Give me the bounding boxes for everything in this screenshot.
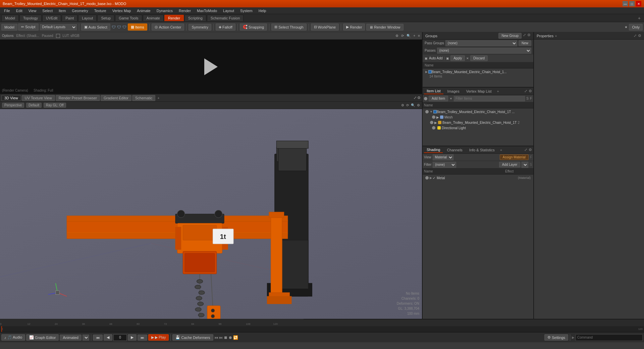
tab-game-tools[interactable]: Game Tools (115, 15, 142, 21)
default-tag[interactable]: Default (26, 103, 42, 108)
view-select[interactable]: Material (433, 154, 453, 160)
tab-model[interactable]: Model (1, 15, 19, 21)
render-icon-menu[interactable]: ≡ (418, 34, 420, 38)
properties-plus[interactable]: + (555, 34, 557, 38)
only-button[interactable]: Only (629, 24, 643, 31)
menu-animate[interactable]: Animate (134, 8, 153, 13)
menu-vertex-map[interactable]: Vertex Map (110, 8, 134, 13)
item-light[interactable]: Directional Light (424, 125, 532, 131)
tab-topology[interactable]: Topology (19, 15, 42, 21)
tab-schematic[interactable]: Schematic Fusion (207, 15, 244, 21)
menu-item[interactable]: Item (56, 8, 68, 13)
audio-button[interactable]: ♪ 🎵 Audio (1, 334, 25, 341)
tab-render-preset[interactable]: Render Preset Browser (56, 95, 100, 101)
view3d-canvas[interactable]: 1t (0, 109, 422, 319)
tab-uv-texture-view[interactable]: UV Texture View (22, 95, 55, 101)
tab-images[interactable]: Images (445, 89, 462, 94)
falloff-button[interactable]: ◈ Falloff (216, 23, 235, 31)
animated-select[interactable]: ▼ (83, 335, 89, 341)
tab-3d-view[interactable]: 3D View (1, 95, 21, 101)
select-through-button[interactable]: ⊞ Select Through (271, 23, 306, 31)
passes-select[interactable]: (none) (437, 48, 531, 54)
maximize-button[interactable]: □ (629, 1, 635, 6)
render-icon-refresh[interactable]: ⟳ (401, 34, 404, 38)
view-refresh-icon[interactable]: ⟳ (406, 103, 409, 107)
graph-editor-button[interactable]: 📈 Graph Editor (26, 334, 59, 341)
shading-tab-plus[interactable]: + (500, 148, 502, 152)
minimize-button[interactable]: — (623, 1, 628, 6)
next-frame-button[interactable]: ▶ (128, 334, 137, 341)
tab-vertex-map-list[interactable]: Vertex Map List (464, 89, 494, 94)
menu-view[interactable]: View (26, 8, 39, 13)
new-group-button[interactable]: New Group (498, 33, 522, 39)
view-tab-plus[interactable]: + (157, 96, 159, 100)
shading-item-metal[interactable]: ▶ ✓ Metal (Material) (424, 175, 532, 181)
transport-icon-5[interactable]: 🔁 (233, 335, 238, 340)
render-button[interactable]: ▶ Render (343, 23, 365, 31)
render-window-button[interactable]: 🖥 Render Window (366, 24, 403, 31)
add-layer-type-select[interactable]: ▼ (522, 162, 528, 168)
view-settings-icon[interactable]: ⚙ (401, 103, 404, 107)
expand-groups-icon[interactable]: ⤢ (523, 33, 526, 39)
layout-select[interactable]: Default Layouts (40, 24, 77, 30)
add-layer-button[interactable]: Add Layer (499, 162, 521, 167)
tab-uvedit[interactable]: UVEdit (42, 15, 61, 21)
settings-items-icon[interactable]: ⚙ (529, 89, 532, 93)
menu-help[interactable]: Help (256, 8, 269, 13)
filter-select[interactable]: (none) (433, 162, 456, 168)
transport-icon-4[interactable]: ⏺ (228, 335, 232, 340)
raygl-tag[interactable]: Ray GL: Off (44, 103, 66, 108)
discard-button[interactable]: Discard (470, 55, 488, 61)
tab-animate[interactable]: Animate (143, 15, 164, 21)
item-mesh[interactable]: ▶ Mesh (424, 114, 532, 120)
settings-props-icon[interactable]: ⚙ (638, 34, 641, 38)
new-pass-button[interactable]: New (519, 40, 531, 46)
action-center-button[interactable]: ◎ Action Center (152, 23, 184, 31)
tab-shading[interactable]: Shading (424, 147, 443, 153)
item-root[interactable]: ▼ Beam_Trolley_Mounted_Electric_Chain_Ho… (424, 109, 532, 114)
next-key-button[interactable]: ⏭ (138, 335, 147, 341)
menu-layout[interactable]: Layout (220, 8, 237, 13)
assign-material-button[interactable]: Assign Material (500, 154, 529, 160)
expand-items-icon[interactable]: ⤢ (524, 89, 527, 93)
expand-shading-icon[interactable]: ⤢ (524, 148, 527, 152)
tab-item-list[interactable]: Item List (424, 88, 443, 94)
auto-select-button[interactable]: ▣ Auto Select (81, 23, 110, 31)
menu-geometry[interactable]: Geometry (69, 8, 91, 13)
expand-props-icon[interactable]: ⤢ (634, 34, 637, 38)
items-tab-plus[interactable]: + (497, 89, 499, 93)
transport-icon-3[interactable]: ⏹ (224, 335, 228, 340)
snapping-button[interactable]: 🧲 Snapping (240, 23, 267, 31)
workplane-button[interactable]: ⊟ WorkPlane (311, 23, 339, 31)
add-item-button[interactable]: Add Item (429, 96, 448, 101)
sculpt-button[interactable]: ✏ Sculpt (18, 23, 39, 31)
apply-button[interactable]: Apply (450, 55, 465, 61)
transport-icon-1[interactable]: ⏮ (214, 335, 218, 340)
symmetry-button[interactable]: Symmetry (189, 24, 211, 31)
settings-shading-icon[interactable]: ⚙ (529, 148, 532, 152)
transport-icon-2[interactable]: ⏭ (219, 335, 223, 340)
model-button[interactable]: Model (1, 24, 17, 31)
pass-groups-select[interactable]: (none) (445, 40, 517, 46)
render-icon-zoom[interactable]: 🔍 (407, 34, 411, 38)
tab-layout[interactable]: Layout (78, 15, 97, 21)
view-menu-icon[interactable]: ⚙ (417, 103, 420, 107)
menu-system[interactable]: System (237, 8, 255, 13)
filter-items-input[interactable] (454, 96, 525, 101)
item-group[interactable]: ▶ Beam_Trolley_Mounted_Electric_Chain_Ho… (424, 120, 532, 125)
tab-channels[interactable]: Channels (444, 147, 465, 153)
frame-input[interactable] (113, 334, 127, 341)
tab-gradient-editor[interactable]: Gradient Editor (101, 95, 131, 101)
menu-render[interactable]: Render (176, 8, 194, 13)
play-button[interactable]: ▶ ▶ Play (148, 334, 169, 341)
menu-edit[interactable]: Edit (13, 8, 25, 13)
menu-select[interactable]: Select (40, 8, 55, 13)
tab-render[interactable]: Render (164, 15, 184, 21)
command-input[interactable] (576, 334, 643, 341)
tab-scripting[interactable]: Scripting (184, 15, 206, 21)
menu-texture[interactable]: Texture (92, 8, 109, 13)
tab-info-statistics[interactable]: Info & Statistics (467, 147, 497, 153)
view-zoom-icon[interactable]: 🔍 (411, 103, 415, 107)
tab-plus[interactable]: + (636, 14, 643, 22)
play-button[interactable] (204, 58, 218, 75)
